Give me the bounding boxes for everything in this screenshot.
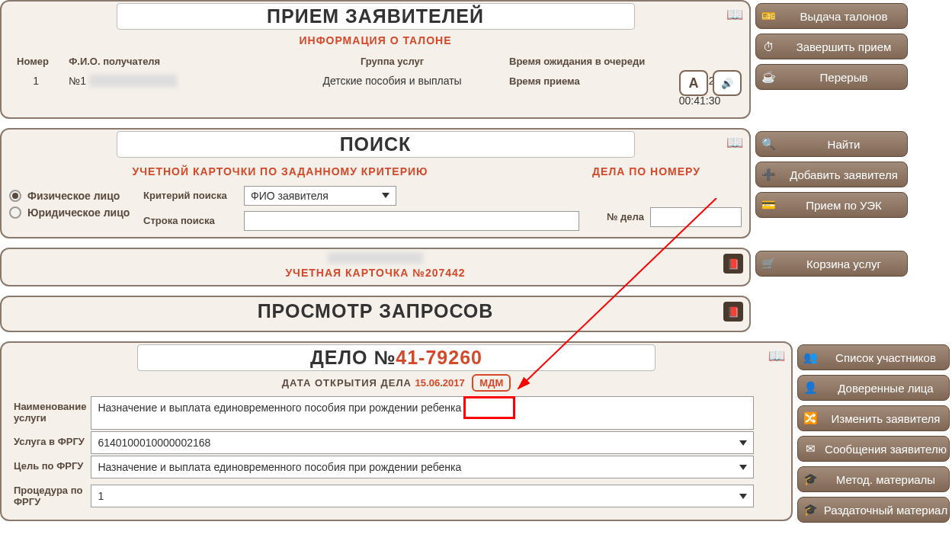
proc-val: 1 [98, 490, 104, 502]
break-label: Перерыв [781, 71, 907, 84]
book-icon[interactable]: 📖 [726, 134, 743, 151]
find-label: Найти [781, 138, 907, 151]
participants-label: Список участников [822, 351, 949, 364]
book-icon[interactable]: 📖 [768, 347, 785, 364]
sound-button[interactable]: 🔊 [713, 70, 742, 96]
goal-label: Цель по ФРГУ [11, 456, 89, 478]
messages-button[interactable]: ✉ Сообщения заявителю [797, 436, 950, 462]
finish-reception-button[interactable]: ⏱ Завершить прием [755, 34, 908, 59]
dark-book-icon[interactable]: 📕 [723, 254, 743, 274]
applicants-title: ПРИЕМ ЗАЯВИТЕЛЕЙ [267, 5, 484, 27]
handout-button[interactable]: 🎓 Раздаточный материал [797, 497, 950, 523]
service-name-val: Назначение и выплата единовременного пос… [98, 402, 461, 414]
col-recv: Время приема [503, 72, 672, 90]
case-number-input[interactable] [650, 207, 742, 227]
radio-physical[interactable]: Физическое лицо [9, 190, 134, 202]
applicants-title-field: ПРИЕМ ЗАЯВИТЕЛЕЙ [117, 3, 635, 30]
font-button[interactable]: А [679, 70, 708, 96]
add-applicant-button[interactable]: ➕ Добавить заявителя [755, 162, 908, 187]
val-group: Детские пособия и выплаты [283, 72, 502, 90]
col-fio: Ф.И.О. получателя [63, 53, 281, 70]
services-cart-label: Корзина услуг [781, 258, 907, 270]
trusted-button[interactable]: 👤 Доверенные лица [797, 375, 950, 401]
frgu-label: Услуга в ФРГУ [11, 431, 89, 454]
mdm-badge[interactable]: МДМ [472, 374, 511, 392]
letter-a-icon: А [689, 75, 699, 91]
case-number: 41-79260 [396, 347, 482, 368]
envelope-icon: ✉ [798, 442, 822, 456]
chevron-down-icon [739, 494, 747, 499]
break-button[interactable]: ☕ Перерыв [755, 64, 908, 90]
issue-tickets-label: Выдача талонов [781, 10, 907, 23]
panel-account-card: xxxxxxx УЧЕТНАЯ КАРТОЧКА №207442 📕 [0, 248, 751, 286]
case-title-field: ДЕЛО №41-79260 [137, 344, 656, 371]
service-name-field[interactable]: Назначение и выплата единовременного пос… [91, 396, 754, 430]
goal-select[interactable]: Назначение и выплата единовременного пос… [91, 456, 754, 478]
col-wait: Время ожидания в очереди [503, 53, 672, 70]
proc-select[interactable]: 1 [91, 485, 754, 507]
finish-reception-label: Завершить прием [781, 40, 907, 53]
radio-circle-selected [9, 190, 21, 202]
search-sub-right: ДЕЛА ПО НОМЕРУ [551, 165, 742, 178]
change-applicant-label: Изменить заявителя [822, 412, 949, 425]
uek-label: Прием по УЭК [781, 199, 907, 212]
trusted-label: Доверенные лица [822, 382, 949, 395]
col-num: Номер [11, 53, 61, 70]
requests-title: ПРОСМОТР ЗАПРОСОВ [258, 300, 494, 322]
panel-requests: ПРОСМОТР ЗАПРОСОВ 📕 [0, 296, 751, 332]
criteria-label: Критерий поиска [143, 190, 235, 201]
criteria-select[interactable]: ФИО заявителя [244, 186, 396, 206]
val-ticket: №1 [69, 75, 86, 87]
radio-juridical[interactable]: Юридическое лицо [9, 206, 134, 219]
messages-label: Сообщения заявителю [822, 443, 949, 456]
case-label: № дела [607, 211, 644, 222]
case-date-label: ДАТА ОТКРЫТИЯ ДЕЛА [282, 377, 415, 389]
card-icon: 💳 [756, 198, 781, 212]
frgu-val: 6140100010000002168 [98, 437, 210, 449]
panel-case: ДЕЛО №41-79260 ДАТА ОТКРЫТИЯ ДЕЛА 15.06.… [0, 341, 793, 521]
method-button[interactable]: 🎓 Метод. материалы [797, 466, 950, 492]
swap-icon: 🔀 [798, 411, 822, 425]
frgu-select[interactable]: 6140100010000002168 [91, 431, 754, 454]
cup-icon: ☕ [756, 70, 781, 84]
panel-search: ПОИСК УЧЕТНОЙ КАРТОЧКИ ПО ЗАДАННОМУ КРИТ… [0, 128, 751, 238]
grad-cap-icon: 🎓 [798, 472, 822, 486]
cart-icon: 🛒 [756, 257, 781, 270]
search-title-field: ПОИСК [117, 131, 635, 158]
handout-label: Раздаточный материал [822, 504, 949, 517]
ticket-table: Номер Ф.И.О. получателя Группа услуг Вре… [9, 51, 742, 111]
search-input[interactable] [244, 211, 579, 231]
search-title: ПОИСК [340, 133, 412, 155]
val-num: 1 [11, 72, 61, 90]
proc-label: Процедура по ФРГУ [11, 480, 89, 512]
book-icon[interactable]: 📖 [726, 6, 743, 23]
uek-button[interactable]: 💳 Прием по УЭК [755, 192, 908, 218]
radio-juridical-label: Юридическое лицо [27, 206, 130, 219]
search-icon: 🔍 [756, 137, 781, 151]
find-button[interactable]: 🔍 Найти [755, 131, 908, 157]
radio-circle [9, 206, 21, 219]
services-cart-button[interactable]: 🛒 Корзина услуг [755, 251, 908, 277]
plus-icon: ➕ [756, 168, 781, 181]
applicants-subtitle: ИНФОРМАЦИЯ О ТАЛОНЕ [9, 34, 742, 46]
search-string-label: Строка поиска [143, 215, 235, 226]
method-label: Метод. материалы [822, 473, 949, 486]
radio-physical-label: Физическое лицо [27, 190, 120, 202]
chevron-down-icon [739, 440, 747, 446]
chevron-down-icon [382, 193, 389, 198]
card-subtitle: УЧЕТНАЯ КАРТОЧКА №207442 [9, 267, 742, 279]
grad-cap-icon: 🎓 [798, 503, 822, 517]
goal-val: Назначение и выплата единовременного пос… [98, 461, 461, 473]
issue-tickets-button[interactable]: 🎫 Выдача талонов [755, 3, 908, 29]
case-date-val: 15.06.2017 [415, 377, 465, 389]
change-applicant-button[interactable]: 🔀 Изменить заявителя [797, 405, 950, 431]
search-sub-left: УЧЕТНОЙ КАРТОЧКИ ПО ЗАДАННОМУ КРИТЕРИЮ [9, 165, 551, 178]
dark-book-icon[interactable]: 📕 [723, 302, 743, 322]
panel-applicants: ПРИЕМ ЗАЯВИТЕЛЕЙ ИНФОРМАЦИЯ О ТАЛОНЕ Ном… [0, 0, 751, 119]
col-group: Группа услуг [283, 53, 502, 70]
chevron-down-icon [739, 465, 747, 470]
service-name-label: Наименование услуги [11, 396, 89, 430]
add-applicant-label: Добавить заявителя [781, 168, 907, 181]
stopwatch-icon: ⏱ [756, 40, 781, 53]
participants-button[interactable]: 👥 Список участников [797, 344, 950, 370]
